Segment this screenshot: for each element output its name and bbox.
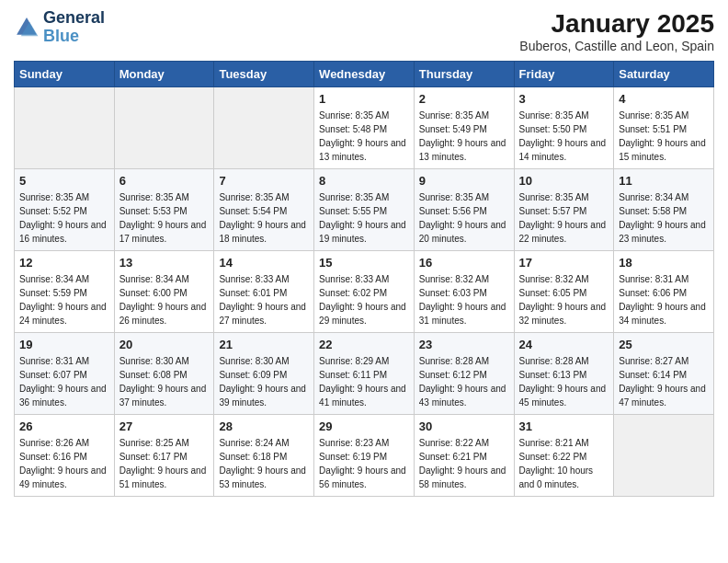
day-info: Sunrise: 8:33 AMSunset: 6:01 PMDaylight:… xyxy=(219,272,309,327)
logo: General Blue xyxy=(14,9,105,46)
day-info: Sunrise: 8:28 AMSunset: 6:12 PMDaylight:… xyxy=(419,354,509,409)
day-number: 3 xyxy=(519,92,609,106)
weekday-monday: Monday xyxy=(114,62,214,87)
day-cell: 31Sunrise: 8:21 AMSunset: 6:22 PMDayligh… xyxy=(514,415,614,497)
day-cell: 25Sunrise: 8:27 AMSunset: 6:14 PMDayligh… xyxy=(614,333,714,415)
day-number: 23 xyxy=(419,338,509,351)
day-cell: 21Sunrise: 8:30 AMSunset: 6:09 PMDayligh… xyxy=(214,333,314,415)
page: General Blue January 2025 Buberos, Casti… xyxy=(0,0,728,511)
day-info: Sunrise: 8:35 AMSunset: 5:57 PMDaylight:… xyxy=(519,190,609,246)
week-row-5: 26Sunrise: 8:26 AMSunset: 6:16 PMDayligh… xyxy=(15,415,714,497)
day-number: 29 xyxy=(319,419,409,433)
logo-line2: Blue xyxy=(43,27,79,45)
day-cell: 30Sunrise: 8:22 AMSunset: 6:21 PMDayligh… xyxy=(414,415,514,497)
day-info: Sunrise: 8:26 AMSunset: 6:16 PMDaylight:… xyxy=(19,436,109,491)
day-cell: 16Sunrise: 8:32 AMSunset: 6:03 PMDayligh… xyxy=(414,251,514,333)
day-cell: 27Sunrise: 8:25 AMSunset: 6:17 PMDayligh… xyxy=(114,415,214,497)
week-row-1: 1Sunrise: 8:35 AMSunset: 5:48 PMDaylight… xyxy=(15,87,714,169)
day-cell: 28Sunrise: 8:24 AMSunset: 6:18 PMDayligh… xyxy=(214,415,314,497)
day-cell: 24Sunrise: 8:28 AMSunset: 6:13 PMDayligh… xyxy=(514,333,614,415)
day-cell: 13Sunrise: 8:34 AMSunset: 6:00 PMDayligh… xyxy=(114,251,214,333)
calendar-table: SundayMondayTuesdayWednesdayThursdayFrid… xyxy=(14,61,714,497)
day-cell: 6Sunrise: 8:35 AMSunset: 5:53 PMDaylight… xyxy=(114,169,214,251)
day-cell xyxy=(15,87,115,169)
day-info: Sunrise: 8:30 AMSunset: 6:09 PMDaylight:… xyxy=(219,354,309,409)
week-row-3: 12Sunrise: 8:34 AMSunset: 5:59 PMDayligh… xyxy=(15,251,714,333)
day-info: Sunrise: 8:35 AMSunset: 5:48 PMDaylight:… xyxy=(319,109,409,164)
day-number: 8 xyxy=(319,174,409,188)
day-cell: 7Sunrise: 8:35 AMSunset: 5:54 PMDaylight… xyxy=(214,169,314,251)
location-title: Buberos, Castille and Leon, Spain xyxy=(519,39,714,53)
day-cell xyxy=(114,87,214,169)
logo-icon xyxy=(14,15,40,40)
day-info: Sunrise: 8:31 AMSunset: 6:07 PMDaylight:… xyxy=(19,354,109,409)
week-row-2: 5Sunrise: 8:35 AMSunset: 5:52 PMDaylight… xyxy=(15,169,714,251)
day-info: Sunrise: 8:34 AMSunset: 5:58 PMDaylight:… xyxy=(619,190,709,246)
day-number: 27 xyxy=(119,419,210,433)
day-number: 28 xyxy=(219,419,309,433)
day-info: Sunrise: 8:28 AMSunset: 6:13 PMDaylight:… xyxy=(519,354,609,409)
day-number: 5 xyxy=(19,174,109,188)
day-number: 19 xyxy=(19,338,109,351)
day-cell: 8Sunrise: 8:35 AMSunset: 5:55 PMDaylight… xyxy=(314,169,415,251)
day-number: 1 xyxy=(319,92,409,106)
day-number: 25 xyxy=(619,338,709,351)
day-number: 18 xyxy=(619,256,709,270)
day-number: 30 xyxy=(419,419,509,433)
day-cell xyxy=(614,415,714,497)
day-info: Sunrise: 8:35 AMSunset: 5:54 PMDaylight:… xyxy=(219,190,309,246)
day-number: 13 xyxy=(119,256,210,270)
month-title: January 2025 xyxy=(519,9,714,39)
day-number: 2 xyxy=(419,92,509,106)
day-cell: 14Sunrise: 8:33 AMSunset: 6:01 PMDayligh… xyxy=(214,251,314,333)
logo-line1: General xyxy=(43,9,105,28)
day-info: Sunrise: 8:35 AMSunset: 5:51 PMDaylight:… xyxy=(619,109,709,164)
day-number: 14 xyxy=(219,256,309,270)
day-info: Sunrise: 8:35 AMSunset: 5:49 PMDaylight:… xyxy=(419,109,509,164)
day-number: 6 xyxy=(119,174,210,188)
day-info: Sunrise: 8:35 AMSunset: 5:52 PMDaylight:… xyxy=(19,190,109,246)
day-number: 4 xyxy=(619,92,709,106)
day-number: 15 xyxy=(319,256,409,270)
day-info: Sunrise: 8:33 AMSunset: 6:02 PMDaylight:… xyxy=(319,272,409,327)
day-info: Sunrise: 8:24 AMSunset: 6:18 PMDaylight:… xyxy=(219,436,309,491)
day-number: 22 xyxy=(319,338,409,351)
day-cell: 3Sunrise: 8:35 AMSunset: 5:50 PMDaylight… xyxy=(514,87,614,169)
day-number: 9 xyxy=(419,174,509,188)
day-number: 31 xyxy=(519,419,609,433)
day-info: Sunrise: 8:21 AMSunset: 6:22 PMDaylight:… xyxy=(519,436,609,491)
weekday-wednesday: Wednesday xyxy=(314,62,415,87)
week-row-4: 19Sunrise: 8:31 AMSunset: 6:07 PMDayligh… xyxy=(15,333,714,415)
header: General Blue January 2025 Buberos, Casti… xyxy=(14,9,714,53)
day-cell: 23Sunrise: 8:28 AMSunset: 6:12 PMDayligh… xyxy=(414,333,514,415)
day-number: 11 xyxy=(619,174,709,188)
day-info: Sunrise: 8:35 AMSunset: 5:55 PMDaylight:… xyxy=(319,190,409,246)
day-cell: 10Sunrise: 8:35 AMSunset: 5:57 PMDayligh… xyxy=(514,169,614,251)
weekday-header-row: SundayMondayTuesdayWednesdayThursdayFrid… xyxy=(15,62,714,87)
day-info: Sunrise: 8:23 AMSunset: 6:19 PMDaylight:… xyxy=(319,436,409,491)
day-info: Sunrise: 8:35 AMSunset: 5:56 PMDaylight:… xyxy=(419,190,509,246)
day-info: Sunrise: 8:27 AMSunset: 6:14 PMDaylight:… xyxy=(619,354,709,409)
day-info: Sunrise: 8:30 AMSunset: 6:08 PMDaylight:… xyxy=(119,354,210,409)
day-cell: 18Sunrise: 8:31 AMSunset: 6:06 PMDayligh… xyxy=(614,251,714,333)
day-cell: 26Sunrise: 8:26 AMSunset: 6:16 PMDayligh… xyxy=(15,415,115,497)
day-number: 12 xyxy=(19,256,109,270)
day-cell: 17Sunrise: 8:32 AMSunset: 6:05 PMDayligh… xyxy=(514,251,614,333)
weekday-saturday: Saturday xyxy=(614,62,714,87)
day-cell: 1Sunrise: 8:35 AMSunset: 5:48 PMDaylight… xyxy=(314,87,415,169)
day-number: 21 xyxy=(219,338,309,351)
day-cell: 2Sunrise: 8:35 AMSunset: 5:49 PMDaylight… xyxy=(414,87,514,169)
day-info: Sunrise: 8:32 AMSunset: 6:03 PMDaylight:… xyxy=(419,272,509,327)
logo-text: General Blue xyxy=(43,9,105,46)
day-info: Sunrise: 8:35 AMSunset: 5:53 PMDaylight:… xyxy=(119,190,210,246)
day-info: Sunrise: 8:32 AMSunset: 6:05 PMDaylight:… xyxy=(519,272,609,327)
day-info: Sunrise: 8:22 AMSunset: 6:21 PMDaylight:… xyxy=(419,436,509,491)
day-number: 20 xyxy=(119,338,210,351)
title-block: January 2025 Buberos, Castille and Leon,… xyxy=(519,9,714,53)
day-cell: 29Sunrise: 8:23 AMSunset: 6:19 PMDayligh… xyxy=(314,415,415,497)
day-info: Sunrise: 8:34 AMSunset: 6:00 PMDaylight:… xyxy=(119,272,210,327)
day-info: Sunrise: 8:35 AMSunset: 5:50 PMDaylight:… xyxy=(519,109,609,164)
day-cell: 11Sunrise: 8:34 AMSunset: 5:58 PMDayligh… xyxy=(614,169,714,251)
day-info: Sunrise: 8:34 AMSunset: 5:59 PMDaylight:… xyxy=(19,272,109,327)
day-cell: 5Sunrise: 8:35 AMSunset: 5:52 PMDaylight… xyxy=(15,169,115,251)
